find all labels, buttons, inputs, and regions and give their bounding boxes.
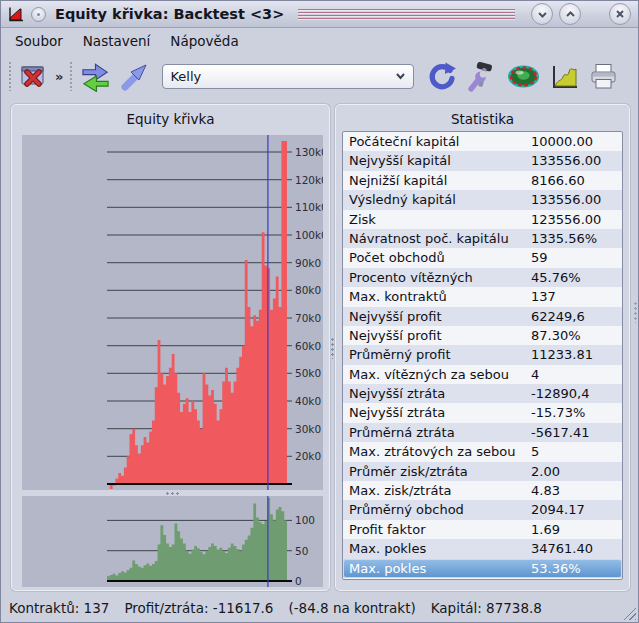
stats-row[interactable]: Nejvyšší kapitál133556.00 [343, 151, 622, 170]
stats-value: -12890,4 [531, 384, 616, 403]
statistics-panel-title: Statistika [336, 105, 629, 127]
stats-row[interactable]: Nejvyšší ztráta-12890,4 [343, 384, 622, 403]
stats-label: Průměrný profit [349, 345, 531, 364]
trend-arrow-button[interactable] [117, 60, 150, 93]
app-window: Equity křivka: Backtest <3> Soubor Nasta… [0, 0, 639, 623]
stats-row[interactable]: Max. kontraktů137 [343, 287, 622, 306]
svg-text:30k0: 30k0 [295, 423, 321, 435]
stats-row[interactable]: Max. vítězných za sebou4 [343, 365, 622, 384]
pin-button[interactable] [31, 7, 46, 22]
svg-text:80k0: 80k0 [295, 284, 321, 296]
stats-row[interactable]: Max. pokles34761.40 [343, 539, 622, 558]
svg-text:130k0: 130k0 [295, 146, 323, 158]
stats-label: Profit faktor [349, 520, 531, 539]
resize-grip[interactable] [623, 607, 636, 620]
stats-row[interactable]: Průměrný obchod2094.17 [343, 500, 622, 519]
equity-chart[interactable]: 130k0120k0110k0100k090k080k070k060k050k0… [22, 135, 323, 490]
stats-value: 8166.60 [531, 171, 616, 190]
stats-row[interactable]: Max. zisk/ztráta4.83 [343, 481, 622, 500]
svg-text:20k0: 20k0 [295, 450, 321, 462]
svg-text:60k0: 60k0 [295, 340, 321, 352]
stats-value: 5 [531, 442, 616, 461]
svg-text:120k0: 120k0 [295, 174, 323, 186]
menubar: Soubor Nastavení Nápověda [1, 28, 638, 53]
status-profit-loss: Profit/ztráta: -11617.6 [124, 600, 273, 616]
stats-row[interactable]: Průměr zisk/ztráta2.00 [343, 462, 622, 481]
stats-label: Max. ztrátových za sebou [349, 442, 531, 461]
stats-row[interactable]: Nejnižší kapitál8166.60 [343, 171, 622, 190]
stats-row[interactable]: Návratnost poč. kapitálu1335.56% [343, 229, 622, 248]
svg-text:100k0: 100k0 [295, 229, 323, 241]
refresh-button[interactable] [424, 59, 459, 94]
stats-label: Návratnost poč. kapitálu [349, 229, 531, 248]
stats-row[interactable]: Nejvyšší ztráta-15.73% [343, 403, 622, 422]
stats-row[interactable]: Počáteční kapitál10000.00 [343, 132, 622, 151]
stats-row[interactable]: Profit faktor1.69 [343, 520, 622, 539]
roulette-button[interactable] [504, 60, 543, 93]
stats-row[interactable]: Max. ztrátových za sebou5 [343, 442, 622, 461]
diagonal-arrow-icon [119, 62, 148, 91]
stats-row[interactable]: Nejvyšší profit62249,6 [343, 307, 622, 326]
stats-row[interactable]: Počet obchodů59 [343, 248, 622, 267]
stats-row[interactable]: Max. pokles53.36% [343, 559, 622, 578]
stats-row[interactable]: Výsledný kapitál133556.00 [343, 190, 622, 209]
titlebar-grip [298, 9, 515, 20]
stats-row[interactable]: Procento vítězných45.76% [343, 268, 622, 287]
svg-text:50: 50 [295, 545, 308, 557]
window-title: Equity křivka: Backtest <3> [52, 6, 284, 22]
swap-arrows-icon [80, 61, 111, 92]
toolbar-handle[interactable] [69, 61, 73, 91]
window-edge-handle[interactable] [634, 301, 637, 323]
stats-label: Počáteční kapitál [349, 132, 531, 151]
combobox-chevron-down-icon [395, 72, 406, 80]
stats-label: Zisk [349, 210, 531, 229]
stats-label: Max. zisk/ztráta [349, 481, 531, 500]
stats-row[interactable]: Zisk123556.00 [343, 210, 622, 229]
print-button[interactable] [586, 60, 621, 93]
toolbar-overflow-button[interactable]: » [55, 69, 63, 84]
stats-row[interactable]: Průměrný profit11233.81 [343, 345, 622, 364]
menu-nastaveni[interactable]: Nastavení [73, 30, 161, 52]
statistics-list[interactable]: Počáteční kapitál10000.00Nejvyšší kapitá… [342, 131, 623, 580]
chart-icon [549, 62, 580, 91]
printer-icon [588, 62, 619, 91]
close-equity-button[interactable] [17, 61, 50, 92]
stats-label: Procento vítězných [349, 268, 531, 287]
stats-row[interactable]: Nejvyšší profit87.30% [343, 326, 622, 345]
stats-value: 87.30% [531, 326, 616, 345]
stats-value: 133556.00 [531, 190, 616, 209]
stats-label: Průměr zisk/ztráta [349, 462, 531, 481]
close-button[interactable] [609, 3, 631, 25]
stats-label: Nejvyšší kapitál [349, 151, 531, 170]
stats-label: Výsledný kapitál [349, 190, 531, 209]
swap-button[interactable] [78, 59, 113, 94]
svg-text:90k0: 90k0 [295, 257, 321, 269]
maximize-button[interactable] [559, 3, 581, 25]
strategy-combobox[interactable]: Kelly [162, 64, 414, 89]
stats-label: Nejvyšší profit [349, 307, 531, 326]
stats-row[interactable]: Průměrná ztráta-5617.41 [343, 423, 622, 442]
menu-napoveda[interactable]: Nápověda [160, 30, 248, 52]
stats-value: 133556.00 [531, 151, 616, 170]
stats-value: 1.69 [531, 520, 616, 539]
chevron-down-icon [537, 10, 548, 19]
contracts-chart[interactable]: 100500 [22, 496, 323, 587]
equity-chart-button[interactable] [547, 60, 582, 93]
stats-label: Nejvyšší ztráta [349, 384, 531, 403]
svg-text:40k0: 40k0 [295, 395, 321, 407]
stats-label: Max. kontraktů [349, 287, 531, 306]
stats-value: 1335.56% [531, 229, 616, 248]
stats-value: -15.73% [531, 403, 616, 422]
statusbar: Kontraktů: 137 Profit/ztráta: -11617.6 (… [1, 594, 638, 622]
svg-text:100: 100 [295, 514, 315, 526]
minimize-button[interactable] [531, 3, 553, 25]
window-close-icon [19, 63, 48, 90]
configure-button[interactable] [463, 59, 500, 94]
toolbar-handle[interactable] [8, 61, 12, 91]
refresh-icon [426, 61, 457, 92]
status-capital: Kapitál: 87738.8 [431, 600, 542, 616]
svg-text:0: 0 [295, 575, 302, 587]
titlebar[interactable]: Equity křivka: Backtest <3> [1, 1, 638, 28]
menu-soubor[interactable]: Soubor [5, 30, 73, 52]
statistics-panel: Statistika Počáteční kapitál10000.00Nejv… [335, 104, 630, 591]
